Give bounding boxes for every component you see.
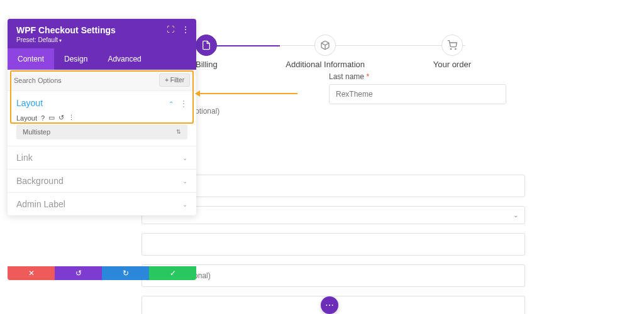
last-name-input[interactable]	[329, 84, 506, 104]
chevron-down-icon: ⌄	[182, 201, 187, 208]
last-name-field: Last name *	[329, 72, 506, 104]
more-icon[interactable]: ⋮	[181, 25, 190, 34]
svg-point-0	[450, 48, 451, 49]
step-billing-label: Billing	[196, 60, 218, 69]
chevron-up-icon: ⌃	[169, 100, 174, 107]
step-order[interactable]: Your order	[430, 35, 475, 69]
form-area: Last name * ptional) ⌄ Bandarban ⌄	[142, 82, 525, 314]
cancel-button[interactable]: ✕	[8, 266, 55, 280]
last-name-label: Last name *	[329, 72, 506, 81]
billing-icon	[196, 35, 217, 56]
section-more-icon[interactable]: ⋮	[180, 99, 187, 108]
field-row-3	[142, 233, 525, 256]
select-1[interactable]: ⌄	[142, 206, 525, 224]
layout-field-label: Layout	[16, 114, 37, 122]
device-icon[interactable]: ▭	[48, 114, 55, 122]
step-order-label: Your order	[433, 60, 471, 69]
section-background-header[interactable]: Background ⌄	[16, 176, 187, 186]
section-layout: Layout ⌃ ⋮ Layout ? ▭ ↺ ⋮ Multistep ⇅	[8, 91, 196, 146]
field-row-2: ⌄	[142, 206, 525, 224]
section-layout-title: Layout	[16, 98, 43, 108]
chevron-down-icon: ⌄	[182, 178, 187, 185]
panel-footer: ✕ ↺ ↻ ✓	[8, 266, 196, 280]
tab-advanced[interactable]: Advanced	[97, 48, 151, 70]
save-button[interactable]: ✓	[149, 266, 196, 280]
tab-design[interactable]: Design	[54, 48, 97, 70]
company-hint: ptional)	[195, 107, 219, 116]
section-admin-label: Admin Label ⌄	[8, 193, 196, 215]
svg-point-1	[455, 48, 456, 49]
section-admin-label-header[interactable]: Admin Label ⌄	[16, 199, 187, 209]
panel-header: WPF Checkout Settings Preset: Default ⛶ …	[8, 19, 196, 48]
panel-tabs: Content Design Advanced	[8, 48, 196, 70]
cart-icon	[441, 35, 463, 56]
panel-title: WPF Checkout Settings	[16, 25, 187, 35]
section-layout-body: Layout ? ▭ ↺ ⋮ Multistep ⇅	[16, 114, 187, 139]
step-additional-label: Additional Information	[286, 60, 365, 69]
step-billing[interactable]: Billing	[192, 35, 221, 69]
section-link: Link ⌄	[8, 146, 196, 170]
section-background: Background ⌄	[8, 170, 196, 193]
search-input[interactable]	[14, 77, 159, 84]
section-layout-header[interactable]: Layout ⌃ ⋮	[16, 97, 187, 109]
layout-select-value: Multistep	[23, 128, 50, 136]
settings-panel: WPF Checkout Settings Preset: Default ⛶ …	[8, 19, 196, 215]
panel-preset[interactable]: Preset: Default	[16, 36, 187, 43]
help-icon[interactable]: ?	[41, 114, 45, 122]
reset-icon[interactable]: ↺	[58, 114, 64, 122]
panel-header-actions: ⛶ ⋮	[166, 25, 190, 34]
layout-select[interactable]: Multistep ⇅	[16, 124, 187, 139]
required-mark: *	[366, 72, 369, 81]
field-row-4	[142, 264, 525, 287]
section-background-title: Background	[16, 176, 64, 186]
redo-button[interactable]: ↻	[102, 266, 149, 280]
input-2[interactable]	[142, 233, 525, 256]
fab-button[interactable]: ⋯	[321, 296, 338, 314]
layout-field-label-row: Layout ? ▭ ↺ ⋮	[16, 114, 187, 122]
search-row: + Filter	[8, 70, 196, 91]
undo-button[interactable]: ↺	[55, 266, 102, 280]
checkout-preview: Billing Additional Information Your orde…	[142, 35, 525, 314]
filter-button[interactable]: + Filter	[159, 73, 190, 87]
section-link-title: Link	[16, 153, 33, 163]
section-admin-label-title: Admin Label	[16, 199, 65, 209]
field-row-1	[142, 175, 525, 197]
kebab-icon[interactable]: ⋮	[68, 114, 75, 122]
chevron-down-icon: ⌄	[513, 212, 518, 219]
arrow-annotation	[197, 93, 297, 94]
step-additional[interactable]: Additional Information	[282, 35, 369, 69]
section-link-header[interactable]: Link ⌄	[16, 153, 187, 163]
address-input[interactable]	[142, 264, 525, 287]
input-1[interactable]	[142, 175, 525, 197]
updown-icon: ⇅	[176, 129, 181, 135]
tab-content[interactable]: Content	[8, 48, 54, 70]
expand-icon[interactable]: ⛶	[166, 25, 175, 34]
chevron-down-icon: ⌄	[182, 154, 187, 161]
package-icon	[314, 35, 336, 56]
